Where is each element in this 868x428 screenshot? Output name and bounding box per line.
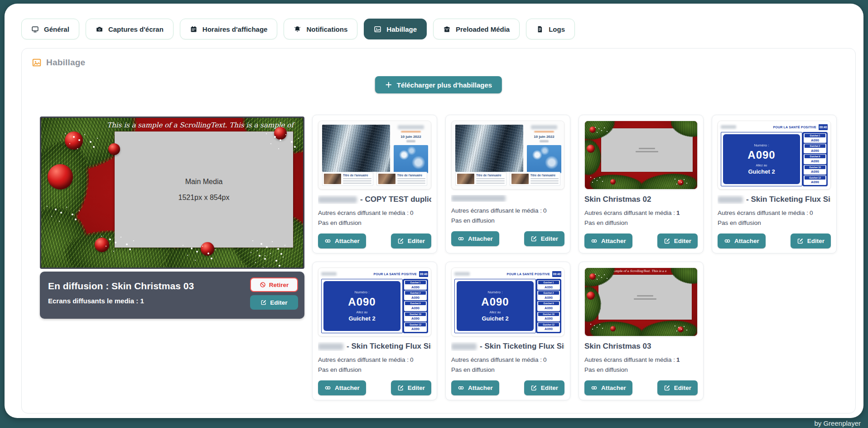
article-title: Titre de l'annuaire	[397, 174, 426, 177]
skin-card: This is a sample of a ScrollingText. Thi…	[579, 262, 704, 400]
broadcast-status: Pas en diffusion	[584, 365, 698, 375]
skin-stats: Autres écrans diffusant le média :0 Pas …	[451, 355, 564, 374]
skin-title: - Skin Ticketing Flux Sim...	[318, 342, 431, 351]
guichet-cell: Guichet 1A090	[404, 280, 427, 290]
main-panel: Général Captures d'écran Horaires d'affi…	[5, 4, 863, 418]
link-icon	[724, 238, 731, 244]
tab-captures-ecran[interactable]: Captures d'écran	[86, 19, 174, 39]
guichet-sidebar: Guichet 1A090 Guichet 2A090 Guichet 9A09…	[403, 279, 428, 333]
attach-button[interactable]: Attacher	[318, 233, 366, 248]
ticketing-header: POUR LA SANTÉ POSITIVE	[470, 272, 552, 276]
sky-image	[527, 145, 561, 173]
article-photo	[511, 174, 529, 184]
edit-button[interactable]: Editer	[250, 295, 298, 310]
attach-button[interactable]: Attacher	[718, 233, 766, 248]
brand-credit: by Greenplayer	[814, 419, 861, 427]
tab-label: Preloaded Média	[456, 25, 510, 33]
guichet-cell: Guichet 1A090	[804, 133, 826, 143]
tab-logs[interactable]: Logs	[526, 19, 575, 39]
ticket-main-zone: Numéro : A090 Allez au Guichet 2	[321, 279, 403, 333]
thumb-christmas-skin	[585, 121, 697, 189]
broadcast-status: Pas en diffusion	[718, 218, 831, 228]
attach-button[interactable]: Attacher	[318, 380, 366, 395]
box-icon	[443, 25, 451, 33]
edit-icon	[530, 384, 537, 391]
tab-horaires-affichage[interactable]: Horaires d'affichage	[180, 19, 278, 39]
date-label: 10 juin 2022	[394, 135, 428, 139]
skin-card: POUR LA SANTÉ POSITIVE 09:40 Numéro : A0…	[712, 115, 837, 253]
habillage-section: Habillage Télécharger plus d'habillages …	[21, 48, 856, 413]
edit-button[interactable]: Editer	[657, 233, 698, 248]
screens-count: 0	[810, 209, 813, 216]
edit-button[interactable]: Editer	[524, 231, 564, 246]
tab-label: Captures d'écran	[108, 25, 164, 33]
blurred-logo	[454, 272, 470, 276]
attach-button[interactable]: Attacher	[451, 231, 499, 246]
tab-general[interactable]: Général	[21, 19, 79, 39]
section-header: Habillage	[32, 58, 85, 68]
skin-stats: Autres écrans diffusant le média :0 Pas …	[318, 208, 431, 228]
broadcast-status: Pas en diffusion	[318, 365, 431, 375]
plus-icon	[385, 81, 392, 88]
skin-card: 10 juin 2022 Titre de l'annuaire Titre d…	[445, 115, 570, 253]
broadcast-status: Pas en diffusion	[451, 216, 564, 226]
edit-button[interactable]: Editer	[391, 380, 431, 395]
clock-badge: 09:40	[819, 124, 828, 130]
thumb-christmas-skin: This is a sample of a ScrollingText. Thi…	[585, 268, 697, 336]
monitor-icon	[31, 25, 39, 33]
skin-thumbnail: 10 juin 2022 Titre de l'annuaire Titre d…	[451, 121, 564, 190]
logs-icon	[536, 25, 544, 33]
guichet-cell: Guichet 1A090	[537, 280, 560, 290]
broadcast-status: Pas en diffusion	[584, 218, 698, 228]
guichet-cell: Guichet 10A090	[404, 312, 427, 321]
guichet-cell: Guichet 9A090	[804, 154, 826, 164]
allez-label: Allez au	[490, 311, 501, 314]
edit-button[interactable]: Editer	[524, 380, 564, 395]
skin-title	[451, 195, 564, 202]
blurred-logo	[398, 125, 424, 129]
allez-label: Allez au	[357, 311, 368, 314]
remove-button[interactable]: Retirer	[250, 277, 298, 292]
link-icon	[324, 238, 331, 244]
ticket-number: A090	[747, 149, 775, 161]
tab-bar: Général Captures d'écran Horaires d'affi…	[21, 19, 575, 39]
skin-card: POUR LA SANTÉ POSITIVE 09:40 Numéro : A0…	[312, 262, 437, 400]
edit-button[interactable]: Editer	[657, 380, 698, 395]
upload-skins-button[interactable]: Télécharger plus d'habillages	[375, 76, 502, 93]
blurred-name	[718, 196, 743, 203]
guichet-label: Guichet 2	[748, 168, 775, 175]
edit-icon	[797, 238, 804, 244]
attach-button[interactable]: Attacher	[451, 380, 499, 395]
featured-skin-preview: This is a sample of a ScrollingText. Thi…	[40, 117, 304, 269]
tab-habillage[interactable]: Habillage	[364, 19, 427, 39]
skin-stats: Autres écrans diffusant le média :0 Pas …	[318, 355, 431, 374]
featured-skin-card: This is a sample of a ScrollingText. Thi…	[40, 117, 304, 319]
blurred-name	[451, 195, 506, 202]
attach-button[interactable]: Attacher	[584, 380, 632, 395]
skin-stats: Autres écrans diffusant le média :0 Pas …	[451, 206, 564, 225]
screens-count: 0	[543, 356, 547, 363]
edit-button[interactable]: Editer	[391, 233, 431, 248]
skin-title: - Skin Ticketing Flux Sim...	[718, 195, 831, 204]
skin-thumbnail: This is a sample of a ScrollingText. Thi…	[584, 268, 698, 336]
guichet-label: Guichet 2	[348, 315, 375, 322]
edit-button[interactable]: Editer	[791, 233, 831, 248]
skin-title: - COPY TEST duplic...	[318, 195, 431, 204]
blurred-logo	[321, 272, 337, 276]
guichet-cell: Guichet 10A090	[804, 165, 826, 175]
guichet-cell: Guichet 12A090	[537, 322, 560, 332]
skin-thumbnail	[584, 121, 698, 190]
blurred-name	[318, 343, 343, 350]
tab-notifications[interactable]: Notifications	[284, 19, 357, 39]
ticket-main-zone: Numéro : A090 Allez au Guichet 2	[721, 132, 802, 186]
blurred-name	[318, 196, 357, 203]
date-label: 10 juin 2022	[527, 135, 561, 139]
calendar-icon	[190, 25, 198, 33]
tab-preloaded-media[interactable]: Preloaded Média	[433, 19, 520, 39]
guichet-cell: Guichet 12A090	[404, 322, 427, 332]
article-title: Titre de l'annuaire	[343, 174, 371, 177]
main-media-zone: Main Media 1521px x 854px	[115, 131, 293, 248]
skin-card: POUR LA SANTÉ POSITIVE 09:40 Numéro : A0…	[445, 262, 570, 400]
attach-button[interactable]: Attacher	[584, 233, 632, 248]
skin-card: 10 juin 2022 Titre de l'annuaire Titre d…	[312, 115, 437, 253]
